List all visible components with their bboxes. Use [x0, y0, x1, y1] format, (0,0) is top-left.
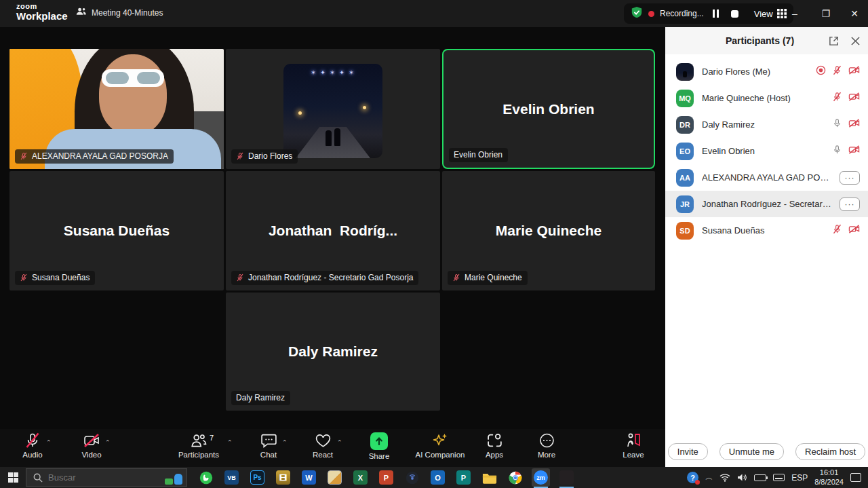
- taskbar-clock[interactable]: 16:01 8/8/2024: [814, 468, 844, 487]
- battery-icon[interactable]: [754, 474, 766, 481]
- more-label: More: [538, 451, 555, 459]
- video-tile-daly[interactable]: Daly Ramirez Daly Ramirez: [226, 293, 440, 411]
- nameplate-text: Marie Quineche: [465, 273, 522, 282]
- audio-button[interactable]: Audio ⌃: [4, 432, 61, 459]
- photos-icon[interactable]: [326, 468, 344, 487]
- participant-row-marie[interactable]: MQ Marie Quineche (Host): [665, 85, 868, 111]
- language-indicator[interactable]: ESP: [791, 473, 808, 483]
- invite-button[interactable]: Invite: [668, 443, 708, 460]
- audio-options-chevron[interactable]: ⌃: [46, 439, 52, 446]
- react-button[interactable]: React ⌃: [294, 432, 351, 459]
- search-input[interactable]: [48, 472, 159, 483]
- zoom-app-icon[interactable]: zm: [532, 468, 550, 487]
- mic-on-icon[interactable]: [832, 118, 842, 131]
- participant-row-evelin[interactable]: EO Evelin Obrien: [665, 138, 868, 164]
- chat-options-chevron[interactable]: ⌃: [282, 439, 288, 446]
- video-tile-susana[interactable]: Susana Dueñas Susana Dueñas: [9, 171, 224, 290]
- view-label: View: [754, 9, 773, 19]
- volume-icon[interactable]: [737, 473, 747, 482]
- tile-center-name: Daly Ramirez: [288, 343, 378, 360]
- nameplate: Dario Flores: [231, 149, 298, 164]
- video-tile-alexandra[interactable]: ALEXANDRA AYALA GAD POSORJA: [9, 49, 224, 169]
- outlook-icon[interactable]: O: [429, 468, 447, 487]
- participant-row-daly[interactable]: DR Daly Ramirez: [665, 111, 868, 138]
- mic-muted-icon[interactable]: [832, 224, 842, 237]
- participants-button[interactable]: 7 Participants ⌃: [170, 432, 227, 459]
- photoshop-icon[interactable]: Ps: [248, 468, 267, 487]
- tile-center-name: Marie Quineche: [496, 223, 601, 239]
- file-explorer-icon[interactable]: [480, 468, 498, 487]
- help-notification-icon[interactable]: ?: [687, 472, 698, 483]
- nameplate-text: Jonathan Rodríguez - Secretario Gad Poso…: [248, 273, 413, 282]
- movie-maker-icon[interactable]: 🎞: [274, 468, 292, 487]
- video-tile-evelin[interactable]: Evelin Obrien Evelin Obrien: [442, 49, 655, 169]
- background-app-icon[interactable]: [557, 468, 576, 487]
- mic-on-icon[interactable]: [832, 145, 842, 157]
- window-close-button[interactable]: ✕: [840, 0, 868, 27]
- action-center-icon[interactable]: [850, 473, 861, 482]
- video-tile-dario[interactable]: ✶ ✦ ✶ ✦ ✶ Dario Flores: [226, 49, 440, 169]
- titlebar: zoom Workplace Meeting 40-Minutes Record…: [0, 0, 868, 27]
- chrome-icon[interactable]: [506, 468, 524, 487]
- reclaim-host-button[interactable]: Reclaim host: [795, 443, 865, 460]
- more-options-button[interactable]: ···: [840, 198, 860, 211]
- clock-time: 16:01: [814, 468, 844, 478]
- camera-off-icon[interactable]: [848, 224, 860, 237]
- camera-off-icon[interactable]: [848, 92, 860, 105]
- visual-basic-icon[interactable]: VB: [222, 468, 241, 487]
- security-shield-icon[interactable]: [631, 6, 643, 21]
- start-button[interactable]: [0, 467, 26, 488]
- window-minimize-button[interactable]: –: [780, 0, 810, 27]
- mic-muted-icon[interactable]: [832, 92, 842, 105]
- more-options-button[interactable]: ···: [840, 171, 860, 185]
- video-tile-jonathan[interactable]: Jonathan Rodríg... Jonathan Rodríguez - …: [226, 171, 440, 290]
- unmute-me-button[interactable]: Unmute me: [719, 443, 784, 460]
- show-hidden-icons-chevron[interactable]: ︿: [705, 472, 713, 483]
- participant-row-alexandra[interactable]: AA ALEXANDRA AYALA GAD POSORJA ···: [665, 164, 868, 191]
- muted-mic-icon: [20, 274, 28, 282]
- video-tile-marie[interactable]: Marie Quineche Marie Quineche: [442, 171, 655, 290]
- close-panel-icon[interactable]: [846, 32, 864, 50]
- wifi-icon[interactable]: [719, 473, 730, 482]
- video-options-chevron[interactable]: ⌃: [105, 439, 111, 446]
- window-maximize-button[interactable]: ❐: [811, 0, 841, 27]
- camera-off-icon[interactable]: [848, 118, 860, 131]
- participant-row-jonathan[interactable]: JR Jonathan Rodríguez - Secretario Ga...…: [665, 191, 868, 217]
- camera-off-icon[interactable]: [848, 65, 860, 78]
- apps-button[interactable]: Apps: [466, 432, 523, 459]
- participant-row-susana[interactable]: SD Susana Dueñas: [665, 217, 868, 244]
- popout-panel-icon[interactable]: [825, 32, 842, 50]
- ai-companion-button[interactable]: AI Companion: [409, 432, 471, 459]
- participants-panel-header: Participants (7): [665, 27, 868, 54]
- more-button[interactable]: More: [518, 432, 575, 459]
- nameplate: Marie Quineche: [448, 271, 528, 285]
- taskbar-search[interactable]: [26, 468, 187, 487]
- meeting-tab[interactable]: Meeting 40-Minutes: [76, 7, 163, 18]
- video-button[interactable]: Video ⌃: [63, 432, 120, 459]
- nameplate: Jonathan Rodríguez - Secretario Gad Poso…: [231, 271, 418, 285]
- heart-icon: [315, 432, 332, 449]
- word-icon[interactable]: W: [300, 468, 318, 487]
- touch-keyboard-icon[interactable]: [773, 474, 785, 481]
- excel-icon[interactable]: X: [351, 468, 370, 487]
- search-doodle-icon[interactable]: [165, 471, 182, 485]
- mic-muted-icon[interactable]: [832, 65, 842, 78]
- publisher-icon[interactable]: P: [454, 468, 473, 487]
- mic-muted-icon: [24, 432, 41, 449]
- nameplate-text: Daly Ramirez: [236, 393, 285, 402]
- whatsapp-icon[interactable]: [197, 468, 215, 487]
- share-button[interactable]: Share: [351, 432, 408, 460]
- pause-recording-button[interactable]: [709, 7, 723, 20]
- react-options-chevron[interactable]: ⌃: [337, 439, 342, 446]
- apps-icon: [486, 432, 503, 449]
- stop-recording-button[interactable]: [728, 7, 742, 20]
- participants-options-chevron[interactable]: ⌃: [227, 439, 233, 446]
- radio-app-icon[interactable]: [403, 468, 421, 487]
- participant-row-dario[interactable]: Dario Flores (Me): [665, 58, 868, 85]
- nameplate-text: Dario Flores: [248, 151, 292, 161]
- leave-button[interactable]: Leave: [605, 432, 662, 459]
- chat-button[interactable]: Chat ⌃: [240, 432, 297, 459]
- meeting-tab-label: Meeting 40-Minutes: [92, 8, 163, 18]
- camera-off-icon[interactable]: [848, 145, 860, 157]
- powerpoint-icon[interactable]: P: [377, 468, 395, 487]
